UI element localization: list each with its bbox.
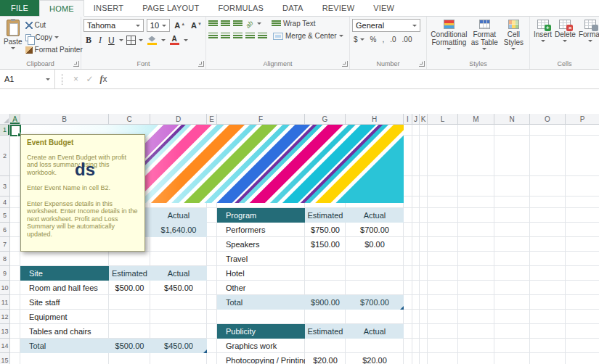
grid-cell[interactable] bbox=[494, 197, 530, 208]
grid-cell[interactable] bbox=[404, 176, 412, 197]
grid-cell[interactable] bbox=[566, 252, 599, 266]
program-actual-header[interactable]: Actual bbox=[346, 208, 404, 223]
select-all-button[interactable] bbox=[0, 114, 10, 125]
row-header-7[interactable]: 7 bbox=[0, 237, 10, 252]
column-header-H[interactable]: H bbox=[346, 114, 404, 125]
tab-formulas[interactable]: FORMULAS bbox=[208, 0, 273, 16]
grid-cell[interactable] bbox=[428, 339, 458, 353]
grid-cell[interactable] bbox=[10, 295, 20, 310]
insert-cells-button[interactable]: + Insert bbox=[532, 17, 553, 42]
grid-cell[interactable] bbox=[10, 136, 20, 176]
grid-cell[interactable] bbox=[566, 295, 599, 310]
grid-cell[interactable] bbox=[10, 266, 20, 281]
grid-cell[interactable] bbox=[404, 266, 412, 281]
grid-cell[interactable] bbox=[404, 223, 412, 237]
grid-cell[interactable] bbox=[428, 324, 458, 339]
grid-cell[interactable] bbox=[458, 353, 494, 364]
enter-button[interactable]: ✓ bbox=[83, 74, 97, 84]
format-painter-button[interactable]: Format Painter bbox=[24, 45, 84, 54]
grid-cell[interactable] bbox=[412, 324, 420, 339]
borders-button[interactable] bbox=[126, 36, 136, 45]
grid-cell[interactable] bbox=[420, 136, 428, 176]
grid-cell[interactable] bbox=[428, 353, 458, 364]
grid-cell[interactable] bbox=[420, 223, 428, 237]
tab-data[interactable]: DATA bbox=[273, 0, 313, 16]
grid-cell[interactable] bbox=[458, 208, 494, 223]
grid-cell[interactable] bbox=[404, 310, 412, 324]
delete-cells-button[interactable]: × Delete bbox=[553, 17, 577, 42]
grid-cell[interactable] bbox=[412, 295, 420, 310]
grid-cell[interactable] bbox=[566, 136, 599, 176]
grid-cell[interactable] bbox=[404, 197, 412, 208]
publicity-row-label[interactable]: Photocopying / Printing bbox=[217, 353, 305, 364]
grid-cell[interactable] bbox=[458, 176, 494, 197]
program-row-label[interactable]: Performers bbox=[217, 223, 305, 237]
grid-cell[interactable] bbox=[10, 237, 20, 252]
grid-cell[interactable] bbox=[420, 176, 428, 197]
row-header-4[interactable]: 4 bbox=[0, 197, 10, 208]
grid-cell[interactable] bbox=[530, 252, 566, 266]
grid-cell[interactable] bbox=[428, 197, 458, 208]
grid-cell[interactable] bbox=[530, 295, 566, 310]
grid-cell[interactable] bbox=[150, 310, 207, 324]
grid-cell[interactable] bbox=[530, 176, 566, 197]
grid-cell[interactable] bbox=[458, 125, 494, 136]
grid-cell[interactable] bbox=[420, 197, 428, 208]
grid-cell[interactable] bbox=[207, 310, 217, 324]
site-table-title[interactable]: Site bbox=[20, 266, 109, 281]
number-dialog-launcher[interactable] bbox=[419, 61, 425, 67]
grid-cell[interactable] bbox=[207, 237, 217, 252]
increase-decimal-button[interactable]: .0 bbox=[388, 35, 397, 44]
grid-cell[interactable] bbox=[566, 339, 599, 353]
grid-cell[interactable] bbox=[494, 324, 530, 339]
program-row-actual[interactable]: $700.00 bbox=[346, 223, 404, 237]
grid-cell[interactable] bbox=[305, 339, 346, 353]
grid-cell[interactable] bbox=[420, 295, 428, 310]
grid-cell[interactable] bbox=[412, 136, 420, 176]
grid-cell[interactable] bbox=[428, 176, 458, 197]
grid-cell[interactable] bbox=[494, 339, 530, 353]
bold-button[interactable]: B bbox=[83, 35, 94, 46]
cut-button[interactable]: Cut bbox=[24, 20, 84, 30]
grid-cell[interactable] bbox=[412, 353, 420, 364]
grid-cell[interactable] bbox=[428, 252, 458, 266]
percent-style-button[interactable]: % bbox=[369, 35, 378, 44]
grid-cell[interactable] bbox=[458, 281, 494, 295]
tab-view[interactable]: VIEW bbox=[364, 0, 404, 16]
row-header-13[interactable]: 13 bbox=[0, 324, 10, 339]
grid-cell[interactable] bbox=[566, 266, 599, 281]
grid-cell[interactable] bbox=[305, 266, 346, 281]
grid-cell[interactable] bbox=[458, 197, 494, 208]
grid-cell[interactable] bbox=[109, 353, 150, 364]
grid-cell[interactable] bbox=[10, 339, 20, 353]
site-total-label[interactable]: Total bbox=[20, 339, 109, 353]
column-header-A[interactable]: A bbox=[10, 114, 20, 125]
grid-cell[interactable] bbox=[494, 281, 530, 295]
align-middle-button[interactable] bbox=[221, 20, 230, 28]
grid-cell[interactable] bbox=[109, 310, 150, 324]
grid-cell[interactable] bbox=[420, 252, 428, 266]
grid-cell[interactable] bbox=[412, 125, 420, 136]
increase-indent-button[interactable] bbox=[258, 33, 267, 40]
copy-button[interactable]: Copy bbox=[24, 33, 84, 42]
insert-function-button[interactable]: fx bbox=[97, 74, 110, 85]
grid-cell[interactable] bbox=[10, 223, 20, 237]
grid-cell[interactable] bbox=[428, 223, 458, 237]
grid-cell[interactable] bbox=[530, 353, 566, 364]
tab-review[interactable]: REVIEW bbox=[313, 0, 364, 16]
alignment-dialog-launcher[interactable] bbox=[342, 61, 348, 67]
publicity-actual-header[interactable]: Actual bbox=[346, 324, 404, 339]
formula-bar-splitter[interactable] bbox=[62, 74, 62, 85]
grid-cell[interactable] bbox=[458, 310, 494, 324]
grid-cell[interactable] bbox=[458, 237, 494, 252]
column-header-I[interactable]: I bbox=[404, 114, 412, 125]
grid-cell[interactable] bbox=[346, 339, 404, 353]
row-header-15[interactable]: 15 bbox=[0, 353, 10, 364]
site-row-estimated[interactable]: $500.00 bbox=[109, 281, 150, 295]
site-row-label[interactable]: Site staff bbox=[20, 295, 109, 310]
grid-cell[interactable] bbox=[566, 125, 599, 136]
align-center-button[interactable] bbox=[221, 33, 230, 40]
site-row-label[interactable]: Equipment bbox=[20, 310, 109, 324]
grid-cell[interactable] bbox=[530, 266, 566, 281]
font-dialog-launcher[interactable] bbox=[198, 61, 204, 67]
